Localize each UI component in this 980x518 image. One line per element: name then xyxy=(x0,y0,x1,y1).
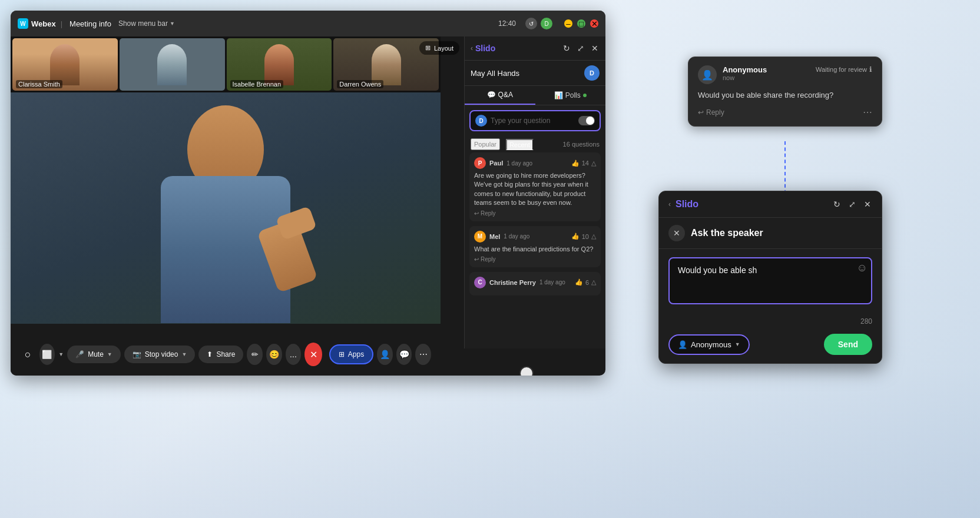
layout-icon: ⊞ xyxy=(425,44,431,52)
annotate-button[interactable]: ✏ xyxy=(247,344,263,365)
thumbs-up-icon-c: 👍 xyxy=(575,278,583,286)
anonymous-selector-button[interactable]: 👤 Anonymous ▼ xyxy=(668,334,750,355)
slido-logo-inline: Slido xyxy=(475,44,559,53)
main-video xyxy=(11,92,441,324)
mute-chevron: ▼ xyxy=(107,351,112,357)
send-button[interactable]: Send xyxy=(824,334,872,355)
show-menu-button[interactable]: Show menu bar ▼ xyxy=(118,19,175,28)
mel-name: Mel xyxy=(489,233,500,240)
activity-button[interactable]: ○ xyxy=(20,344,36,365)
reactions-button[interactable]: 😊 xyxy=(266,344,282,365)
anon-card-header: 👤 Anonymous now Waiting for review ℹ xyxy=(698,65,872,84)
paul-time: 1 day ago xyxy=(506,160,532,167)
paul-question-text: Are we going to hire more developers? We… xyxy=(474,171,596,208)
ask-speaker-close-button[interactable]: ✕ xyxy=(668,225,685,241)
close-window-button[interactable]: ✕ xyxy=(590,19,598,28)
layout-button[interactable]: ⊞ Layout xyxy=(419,41,459,55)
question-input-box[interactable]: D Type your question xyxy=(469,110,601,131)
share-button[interactable]: ⬆ Share xyxy=(198,346,243,363)
christine-avatar: C xyxy=(474,277,486,288)
more-button[interactable]: ... xyxy=(286,344,302,365)
christine-time: 1 day ago xyxy=(539,279,565,285)
question-placeholder: Type your question xyxy=(491,117,575,125)
anon-reply-button[interactable]: ↩ Reply xyxy=(698,108,724,117)
user-avatar-d: D xyxy=(584,65,600,81)
chat-button[interactable]: 💬 xyxy=(396,344,412,365)
cursor-indicator xyxy=(519,366,534,376)
slido-expanded-header-controls: ↻ ⤢ ✕ xyxy=(832,198,872,210)
emoji-button[interactable]: ☺ xyxy=(857,262,868,274)
dropdown-chevron-icon: ▼ xyxy=(735,341,740,347)
question-count: 16 questions xyxy=(563,141,600,148)
slido-expanded-refresh-button[interactable]: ↻ xyxy=(832,198,842,210)
more-options-button[interactable]: ⋯ xyxy=(415,344,431,365)
participant-thumb-1[interactable]: Clarissa Smith xyxy=(12,38,118,91)
mel-votes: 👍 10 △ xyxy=(571,233,596,240)
question-card-mel: M Mel 1 day ago 👍 10 △ What are the fina… xyxy=(469,226,601,267)
chevron-down-icon: ▼ xyxy=(170,21,175,26)
slido-expanded-title-row: ✕ Ask the speaker xyxy=(659,218,882,249)
participants-button[interactable]: 👤 xyxy=(377,344,393,365)
mute-button[interactable]: 🎤 Mute ▼ xyxy=(67,346,121,363)
stop-video-button[interactable]: 📷 Stop video ▼ xyxy=(124,346,196,363)
anon-more-button[interactable]: ⋯ xyxy=(863,107,872,118)
question-input-row: D Type your question xyxy=(465,105,605,136)
mel-reply-button[interactable]: ↩ Reply xyxy=(474,256,496,263)
caption-button[interactable]: ⬜ xyxy=(39,344,55,365)
participant-thumb-3[interactable]: Isabelle Brennan xyxy=(227,38,332,91)
meeting-info-button[interactable]: Meeting info xyxy=(67,19,114,28)
slido-back-icon: ‹ xyxy=(471,44,473,52)
ask-speaker-input[interactable] xyxy=(668,257,872,304)
filter-recent[interactable]: Recent xyxy=(506,139,534,150)
tab-qa[interactable]: 💬 Q&A xyxy=(465,86,535,105)
webex-label: Webex xyxy=(31,19,56,28)
paul-votes: 👍 14 △ xyxy=(571,160,596,167)
anon-username: Anonymous xyxy=(723,65,767,74)
participant-thumb-2[interactable] xyxy=(120,38,225,91)
slido-expanded-back-icon: ‹ xyxy=(668,200,671,208)
slido-expanded-logo: Slido xyxy=(676,199,698,210)
tab-polls[interactable]: 📊 Polls xyxy=(535,86,606,105)
q-card-header-mel: M Mel 1 day ago 👍 10 △ xyxy=(474,231,596,243)
title-divider: | xyxy=(61,19,62,28)
slido-expanded-popout-button[interactable]: ⤢ xyxy=(847,198,857,210)
meeting-title-row: May All Hands D xyxy=(465,61,605,86)
question-card-paul: P Paul 1 day ago 👍 14 △ Are we going to … xyxy=(469,152,601,221)
info-icon: ℹ xyxy=(869,65,872,74)
polls-dot xyxy=(583,94,587,97)
christine-name: Christine Perry xyxy=(489,279,536,286)
meeting-window: W Webex | Meeting info Show menu bar ▼ 1… xyxy=(11,11,605,376)
window-controls: – □ ✕ xyxy=(564,19,598,28)
slido-tabs: 💬 Q&A 📊 Polls xyxy=(465,86,605,105)
filter-popular[interactable]: Popular xyxy=(471,138,500,150)
char-count: 280 xyxy=(659,315,882,328)
toolbar: ○ ⬜ ▼ 🎤 Mute ▼ 📷 Stop video ▼ ⬆ Share ✏ … xyxy=(11,333,441,376)
user-avatar-2: D xyxy=(541,18,552,29)
avatar-strip: Clarissa Smith Isabelle Brennan Darren O… xyxy=(11,36,441,92)
slido-refresh-button[interactable]: ↻ xyxy=(562,42,571,54)
slido-expanded-close-button[interactable]: ✕ xyxy=(863,198,872,210)
slido-close-button[interactable]: ✕ xyxy=(590,42,600,54)
slido-popout-button[interactable]: ⤢ xyxy=(576,42,585,54)
webex-logo: W Webex xyxy=(18,18,56,29)
paul-name: Paul xyxy=(489,160,503,167)
filter-row: Popular Recent 16 questions xyxy=(465,136,605,152)
polls-icon: 📊 xyxy=(554,91,563,99)
apps-grid-icon: ⊞ xyxy=(339,350,345,358)
anon-user-icon: 👤 xyxy=(698,65,717,84)
anonymous-toggle[interactable] xyxy=(578,116,595,125)
minimize-button[interactable]: – xyxy=(564,19,572,28)
anon-status: Waiting for review ℹ xyxy=(816,65,872,74)
paul-reply-button[interactable]: ↩ Reply xyxy=(474,210,496,217)
slido-inline-panel: ‹ Slido ↻ ⤢ ✕ May All Hands D 💬 Q&A 📊 Po… xyxy=(464,36,605,348)
anon-footer: ↩ Reply ⋯ xyxy=(698,107,872,118)
anon-message: Would you be able share the recording? xyxy=(698,90,872,101)
slido-panel-header: ‹ Slido ↻ ⤢ ✕ xyxy=(465,36,605,61)
end-call-button[interactable]: ✕ xyxy=(304,343,322,366)
slido-expanded-panel: ‹ Slido ↻ ⤢ ✕ ✕ Ask the speaker ☺ 280 👤 … xyxy=(658,191,882,364)
title-time: 12:40 xyxy=(498,19,516,28)
apps-button[interactable]: ⊞ Apps xyxy=(329,344,373,364)
meeting-title: May All Hands xyxy=(471,69,581,78)
maximize-button[interactable]: □ xyxy=(577,19,585,28)
mel-question-text: What are the financial predictions for Q… xyxy=(474,245,596,254)
